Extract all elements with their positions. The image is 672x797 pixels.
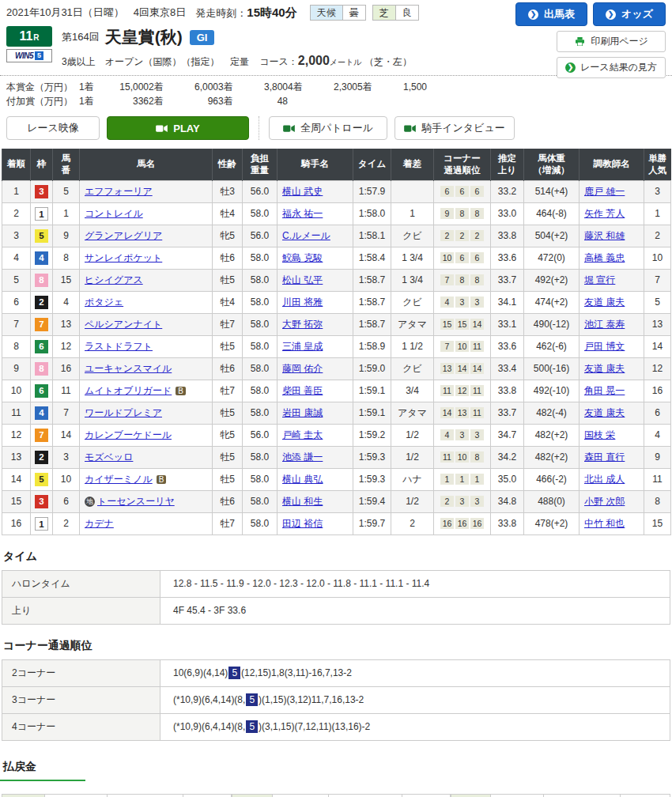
trainer-cell: 小野 次郎 (580, 490, 644, 512)
jockey-link[interactable]: 三浦 皇成 (282, 341, 323, 352)
odds-button-label: オッズ (621, 7, 653, 21)
horse-name-link[interactable]: ヒシイグアス (85, 274, 143, 285)
main-prize-row: 本賞金（万円） 1着15,000 2着6,000 3着3,800 4着2,300… (6, 80, 427, 94)
win-popularity: 2 (644, 225, 671, 247)
trainer-link[interactable]: 角田 晃一 (584, 385, 625, 396)
frame-badge: 2 (35, 451, 48, 464)
finish-time: 1:59.3 (353, 468, 391, 490)
blinker-badge: B (157, 475, 167, 484)
trainer-cell: 中竹 和也 (580, 512, 644, 534)
interview-video-button[interactable]: 騎手インタビュー (395, 116, 515, 140)
horse-weight: 492(+2) (524, 269, 580, 291)
jockey-link[interactable]: 戸崎 圭太 (282, 429, 323, 440)
trainer-link[interactable]: 堀 宣行 (584, 274, 615, 285)
trainer-link[interactable]: 池江 泰寿 (584, 319, 625, 330)
jockey-link[interactable]: 藤岡 佑介 (282, 363, 323, 374)
trainer-link[interactable]: 藤沢 和雄 (584, 230, 625, 241)
last-3f: 33.4 (491, 357, 524, 380)
sex-age: 牡6 (213, 247, 243, 269)
horse-name-link[interactable]: トーセンスーリヤ (97, 496, 175, 507)
horse-weight: 464(-8) (524, 202, 580, 225)
jockey-link[interactable]: 横山 和生 (282, 496, 323, 507)
jockey-link[interactable]: 横山 典弘 (282, 474, 323, 485)
trainer-link[interactable]: 友道 康夫 (584, 363, 625, 374)
horse-number: 6 (53, 490, 80, 512)
weather-label: 天候 (311, 6, 343, 20)
sex-age: 牡5 (213, 468, 243, 490)
horse-name-link[interactable]: コントレイル (85, 208, 143, 219)
horse-name-cell: ムイトオブリガードB (80, 380, 213, 402)
horse-name-link[interactable]: ムイトオブリガード (85, 385, 172, 396)
win5-badge-icon: 5 (35, 51, 43, 60)
jockey-link[interactable]: 岩田 康誠 (282, 407, 323, 418)
trainer-cell: 矢作 芳人 (580, 202, 644, 225)
corner4-row: 4コーナー (*10,9)(6,4,14)(8,5)(3,1,15)(7,12,… (2, 713, 670, 740)
frame-cell: 5 (31, 468, 53, 490)
trainer-link[interactable]: 戸田 博文 (584, 341, 625, 352)
finish-time: 1:58.1 (353, 225, 391, 247)
jockey-link[interactable]: 松山 弘平 (282, 274, 323, 285)
sex-age: 牡5 (213, 402, 243, 424)
sex-age: 牝5 (213, 424, 243, 446)
frame-cell: 2 (31, 446, 53, 468)
trainer-link[interactable]: 友道 康夫 (584, 297, 625, 308)
entries-button[interactable]: ❯ 出馬表 (515, 2, 587, 26)
trainer-link[interactable]: 北出 成人 (584, 474, 625, 485)
carried-weight: 58.0 (243, 335, 277, 357)
table-row: 14 5 10 カイザーミノルB 牡5 58.0 横山 典弘 1:59.3 ハナ… (2, 468, 671, 490)
horse-name-link[interactable]: ユーキャンスマイル (85, 363, 172, 374)
last-3f: 33.8 (491, 380, 524, 402)
win-popularity: 3 (644, 180, 671, 202)
corner-positions: 433 (434, 291, 491, 313)
horse-name-link[interactable]: カデナ (85, 518, 114, 529)
horse-name-link[interactable]: ラストドラフト (85, 341, 153, 352)
margin: 1 1/2 (391, 335, 434, 357)
trainer-link[interactable]: 高橋 義忠 (584, 252, 625, 263)
carried-weight: 58.0 (243, 357, 277, 380)
sex-age: 牡3 (213, 180, 243, 202)
jockey-link[interactable]: 鮫島 克駿 (282, 252, 323, 263)
trainer-link[interactable]: 小野 次郎 (584, 496, 625, 507)
horse-name-cell: サンレイポケット (80, 247, 213, 269)
play-button[interactable]: PLAY (107, 116, 249, 140)
patrol-video-button[interactable]: 全周パトロール (269, 116, 387, 140)
trainer-link[interactable]: 矢作 芳人 (584, 208, 625, 219)
result-guide-button[interactable]: ❯ レース結果の見方 (557, 57, 666, 78)
print-page-button[interactable]: 印刷用ページ (557, 31, 666, 52)
horse-name-link[interactable]: カレンブーケドール (85, 429, 172, 440)
jockey-link[interactable]: 福永 祐一 (282, 208, 323, 219)
odds-button[interactable]: ❯ オッズ (593, 2, 666, 26)
trainer-link[interactable]: 友道 康夫 (584, 407, 625, 418)
jockey-link[interactable]: 池添 謙一 (282, 451, 323, 463)
jockey-link[interactable]: 柴田 善臣 (282, 385, 323, 396)
race-video-button[interactable]: レース映像 (6, 116, 100, 140)
trainer-link[interactable]: 鹿戸 雄一 (584, 186, 625, 197)
jockey-link[interactable]: 横山 武史 (282, 186, 323, 197)
horse-weight: 482(-4) (524, 402, 580, 424)
trainer-link[interactable]: 国枝 栄 (584, 429, 615, 440)
jockey-link[interactable]: 川田 将雅 (282, 297, 323, 308)
horse-name-link[interactable]: ワールドプレミア (85, 407, 162, 418)
jockey-link[interactable]: C.ルメール (282, 230, 330, 241)
trainer-cell: 藤沢 和雄 (580, 225, 644, 247)
trainer-link[interactable]: 中竹 和也 (584, 518, 625, 529)
horse-name-link[interactable]: カイザーミノル (85, 474, 153, 485)
horse-name-cell: ヒシイグアス (80, 269, 213, 291)
margin: ハナ (391, 468, 434, 490)
race-number: 11 (19, 30, 32, 43)
trainer-link[interactable]: 森田 直行 (584, 451, 625, 463)
jockey-link[interactable]: 田辺 裕信 (282, 518, 323, 529)
horse-name-link[interactable]: モズベッロ (85, 451, 133, 463)
horse-name-link[interactable]: グランアレグリア (85, 230, 162, 241)
table-row: 13 2 3 モズベッロ 牡5 58.0 池添 謙一 1:59.3 1/2 11… (2, 446, 671, 468)
horse-weight: 466(-2) (524, 468, 580, 490)
horse-name-link[interactable]: サンレイポケット (85, 252, 162, 263)
bet-type-label: 馬連 (451, 794, 490, 797)
horse-name-link[interactable]: エフフォーリア (85, 186, 153, 197)
horse-name-link[interactable]: ポタジェ (85, 297, 123, 308)
horse-name-link[interactable]: ペルシアンナイト (85, 319, 162, 330)
column-header: 単勝 人気 (644, 149, 671, 180)
jockey-link[interactable]: 大野 拓弥 (282, 319, 323, 330)
margin: クビ (391, 291, 434, 313)
start-time-value: 15時40分 (247, 6, 296, 19)
